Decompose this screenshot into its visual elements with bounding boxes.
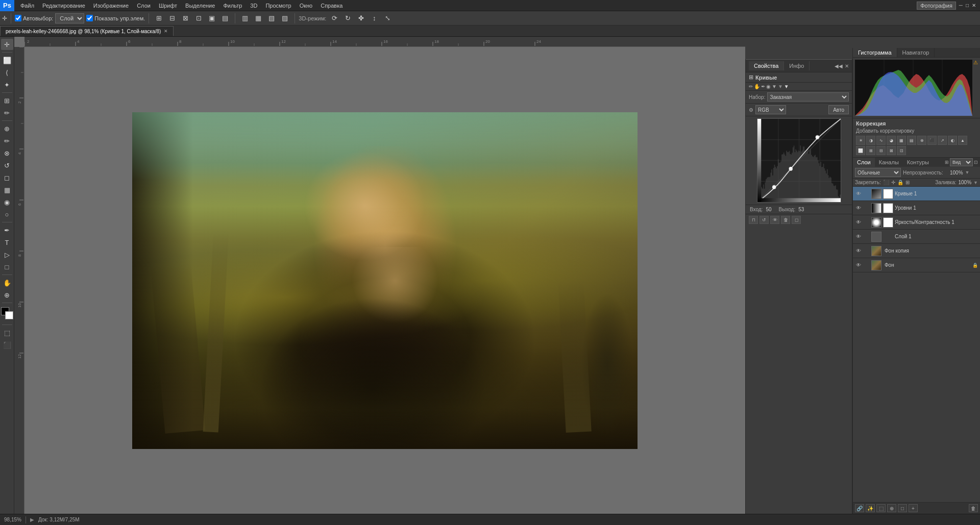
threed-slide[interactable]: ↕ — [368, 13, 380, 24]
threed-roll[interactable]: ↻ — [341, 13, 354, 24]
new-fill-btn[interactable]: ⊕ — [887, 504, 896, 512]
layer-eye-bg-copy[interactable]: 👁 — [855, 247, 862, 255]
layer-row-brightness[interactable]: 👁 Яркость/Контрастность 1 — [853, 215, 980, 230]
align-vcenter-btn[interactable]: ▣ — [206, 13, 218, 24]
eraser-tool[interactable]: ◻ — [1, 172, 13, 183]
layer-row-bg[interactable]: 👁 Фон 🔒 — [853, 258, 980, 272]
menu-view[interactable]: Просмотр — [261, 2, 295, 10]
quick-mask-toggle[interactable]: ⬚ — [1, 327, 13, 338]
layer-eye-bg[interactable]: 👁 — [855, 262, 862, 269]
menu-layers[interactable]: Слои — [133, 2, 155, 10]
corr-invert-icon[interactable]: ⬜ — [856, 146, 865, 155]
dist-h-btn[interactable]: ▥ — [239, 13, 251, 24]
menu-edit[interactable]: Редактирование — [38, 2, 89, 10]
navigator-tab[interactable]: Навигатор — [897, 48, 935, 57]
curves-auto-clip-btn[interactable]: ↺ — [760, 216, 769, 224]
curves-mask-btn[interactable]: ◻ — [792, 216, 801, 224]
type-tool[interactable]: T — [1, 237, 13, 248]
curves-pencil-icon[interactable]: ✒ — [761, 84, 765, 89]
curves-hand-icon[interactable]: ✋ — [754, 84, 760, 89]
layer-kind-filter[interactable]: ⊞ — [945, 160, 949, 165]
menu-3d[interactable]: 3D — [246, 2, 261, 10]
fill-arrow[interactable]: ▼ — [973, 180, 978, 185]
dist-center-btn[interactable]: ▧ — [265, 13, 278, 24]
layer-eye-brightness[interactable]: 👁 — [855, 219, 862, 226]
lasso-tool[interactable]: ⟨ — [1, 67, 13, 78]
background-color[interactable] — [5, 311, 13, 319]
window-minimize[interactable]: ─ — [959, 3, 963, 8]
tab-close-btn[interactable]: ✕ — [164, 29, 168, 34]
layer-row-bg-copy[interactable]: 👁 Фон копия — [853, 244, 980, 258]
layer-filter-select[interactable]: Вид — [950, 158, 973, 166]
align-center-btn[interactable]: ⊟ — [166, 13, 178, 24]
tab-contours[interactable]: Контуры — [903, 158, 933, 167]
corr-photofilter-icon[interactable]: ↗ — [938, 136, 947, 145]
hand-tool[interactable]: ✋ — [1, 277, 13, 288]
dist-v-btn[interactable]: ▦ — [252, 13, 264, 24]
menu-image[interactable]: Изображение — [89, 2, 133, 10]
curves-visibility-btn[interactable]: 👁 — [770, 216, 779, 224]
corr-selectivecolor-icon[interactable]: ⊡ — [897, 146, 906, 155]
corr-levels-icon[interactable]: ◑ — [866, 136, 875, 145]
add-mask-btn[interactable]: ⬚ — [876, 504, 886, 512]
menu-help[interactable]: Справка — [316, 2, 347, 10]
window-restore[interactable]: □ — [966, 3, 969, 8]
clone-stamp-tool[interactable]: ⊗ — [1, 147, 13, 159]
layer-eye-curves[interactable]: 👁 — [855, 190, 862, 197]
menu-select[interactable]: Выделение — [181, 2, 219, 10]
histogram-tab[interactable]: Гистограмма — [853, 48, 897, 57]
lock-artboard-icon[interactable]: ⊞ — [905, 180, 910, 185]
lock-all-icon[interactable]: 🔒 — [897, 180, 903, 185]
dodge-tool[interactable]: ○ — [1, 209, 13, 220]
crop-tool[interactable]: ⊞ — [1, 95, 13, 106]
eyedropper-tool[interactable]: ✏ — [1, 107, 13, 118]
corr-vibrance-icon[interactable]: ▦ — [897, 136, 906, 145]
menu-font[interactable]: Шрифт — [155, 2, 181, 10]
corr-exposure-icon[interactable]: ◕ — [887, 136, 896, 145]
path-select-tool[interactable]: ▷ — [1, 249, 13, 260]
align-right-btn[interactable]: ⊠ — [179, 13, 191, 24]
curves-clip-shadows-btn[interactable]: ⊓ — [749, 216, 758, 224]
corr-brightness-icon[interactable]: ☀ — [856, 136, 865, 145]
corr-colorlookup-icon[interactable]: ▲ — [958, 136, 967, 145]
new-group-btn[interactable]: □ — [898, 504, 907, 512]
zoom-tool[interactable]: ⊕ — [1, 289, 13, 301]
screen-mode-toggle[interactable]: ⬛ — [1, 339, 13, 351]
dist-even-btn[interactable]: ▨ — [279, 13, 291, 24]
align-left-btn[interactable]: ⊞ — [153, 13, 165, 24]
blend-mode-select[interactable]: Обычные — [855, 168, 901, 177]
auto-btn[interactable]: Авто — [828, 105, 849, 114]
auto-select-target[interactable]: Слой — [55, 13, 84, 23]
curves-graph-canvas[interactable] — [757, 118, 841, 203]
opacity-arrow[interactable]: ▼ — [965, 170, 970, 175]
align-top-btn[interactable]: ⊡ — [192, 13, 205, 24]
new-layer-btn[interactable]: + — [909, 504, 918, 512]
move-tool[interactable]: ✛ — [1, 39, 13, 50]
active-tab[interactable]: pexels-leah-kelley-2466668.jpg @ 98,1% (… — [0, 26, 174, 36]
auto-select-checkbox[interactable] — [15, 15, 21, 21]
link-layers-btn[interactable]: 🔗 — [855, 504, 864, 512]
tab-layers[interactable]: Слои — [853, 158, 875, 167]
blur-tool[interactable]: ◉ — [1, 196, 13, 208]
corr-colorbalance-icon[interactable]: ⊕ — [917, 136, 926, 145]
curves-delete-btn[interactable]: 🗑 — [781, 216, 790, 224]
layer-filter-toggle[interactable]: ⊡ — [974, 160, 978, 165]
layer-eye-layer1[interactable]: 👁 — [855, 233, 862, 240]
delete-layer-btn[interactable]: 🗑 — [969, 504, 978, 512]
menu-filter[interactable]: Фильтр — [219, 2, 246, 10]
window-close[interactable]: ✕ — [972, 3, 976, 8]
workspace-selector[interactable]: Фотография — [917, 2, 956, 10]
curves-gray-point-icon[interactable]: ▼ — [778, 84, 783, 89]
corr-hsl-icon[interactable]: ▤ — [907, 136, 916, 145]
brush-tool[interactable]: ✏ — [1, 135, 13, 146]
threed-scale[interactable]: ⤡ — [381, 13, 394, 24]
threed-pan[interactable]: ✤ — [355, 13, 367, 24]
corr-posterize-icon[interactable]: ⊞ — [866, 146, 875, 155]
layer-row-levels[interactable]: 👁 Уровни 1 — [853, 201, 980, 215]
curves-sample-icon[interactable]: ◉ — [766, 84, 771, 89]
tab-properties[interactable]: Свойства — [749, 61, 784, 70]
lock-position-icon[interactable]: ✛ — [891, 180, 895, 185]
corr-curves-icon[interactable]: ∿ — [876, 136, 886, 145]
magic-wand-tool[interactable]: ✦ — [1, 79, 13, 90]
layer-eye-levels[interactable]: 👁 — [855, 205, 862, 212]
